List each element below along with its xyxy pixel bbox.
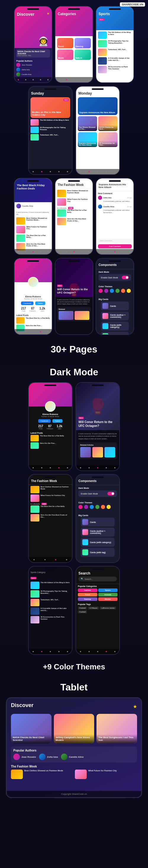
tablet-fashion-img-2 [75, 770, 87, 779]
toggle-switch[interactable] [122, 276, 129, 279]
fashion-article-title-2: What Future for Fashion City [67, 198, 91, 203]
fashion-article-2: What Future for Fashion City [57, 198, 91, 206]
dark-fashion-title-3: The Best Diet for a Flat Belly [41, 505, 65, 513]
sports-article-3: Tottenham: NFL Turf... [98, 49, 132, 56]
dark-tag-3[interactable]: LeBronze James [100, 607, 116, 610]
dark-search-tags: Popular Tags Football LZ Blayez LeBronze… [76, 602, 119, 615]
nav-dot-sd4 [58, 651, 60, 652]
facebook-button[interactable]: Facebook [21, 302, 33, 305]
main-container: SHARECODE.VN Discover ★ 👨‍🚀 NASA Checks … [0, 0, 148, 807]
dark-color-dot-3[interactable] [90, 505, 94, 509]
sports-dark-img-4 [31, 608, 39, 615]
tablet-authors-row: Jean Rosaire Zofia Iska Camille Aline [13, 753, 135, 760]
dark-bigcard-title-3: Cards (with category) [90, 541, 111, 544]
comment-item-2: Camille Aline 3h ago Commendably pulvina… [98, 205, 132, 214]
toggle-label: Enable Dark Mode [101, 277, 118, 279]
dark-fashion-title-1: Best Clothes Showed on Fashion Mode [41, 486, 70, 493]
comment-username-1: Zofia Iska [103, 197, 112, 198]
screen-ufc: 🥊 NEW Will Conor Return to the UFC Octag… [56, 258, 92, 334]
tablet-card-title-2: Jeffrey Campbell's New Shoes Models [56, 736, 92, 742]
dark-search-tags-title: Popular Tags [78, 603, 117, 606]
nature-label: Nature [75, 57, 82, 59]
dark-cat-sports[interactable]: Sports [98, 588, 118, 592]
gaming-label: Gaming [75, 45, 83, 48]
dark-cat-gaming[interactable]: Gaming [78, 597, 98, 601]
sports-dark-articles: The 6th Edition of the Blog Is Here 30 P… [29, 582, 72, 623]
dark-tag-1[interactable]: Football [78, 607, 87, 610]
big-card-title-1: Cards [110, 305, 116, 307]
fashion-article-info-4: Here Are the Five Best Fruits of the... [67, 218, 91, 225]
category-music[interactable]: Music [57, 50, 73, 60]
dark-toggle-switch[interactable] [107, 492, 115, 495]
nav-dot-df2 [44, 559, 46, 560]
tablet-mockup: Discover ★ NASA Checks Its Next Chief Sc… [6, 697, 142, 798]
color-dot-pink[interactable] [99, 289, 103, 293]
ufc-header-overlay: NEW Will Conor Return to the UFC Octagon… [57, 282, 91, 295]
dark-twitter-btn[interactable]: Twitter [52, 419, 63, 423]
fashion-week-title: The Fashion Week [58, 183, 90, 186]
nav-dot-sd5 [67, 651, 68, 652]
color-dot-purple[interactable] [104, 289, 108, 293]
dark-tag-2[interactable]: LZ Blayez [88, 607, 99, 610]
dark-bigcard-2: Cards (author + comments) [81, 528, 115, 536]
tablet-author-3: Camille Aline [61, 753, 84, 760]
dark-fashion-img-2 [31, 494, 39, 502]
color-themes-title: Color Themes [99, 285, 131, 287]
bf-author-info: Camille Aline [14, 202, 52, 210]
dark-bigcard-icon-2 [82, 529, 88, 535]
comment-time-2: 3h ago [127, 206, 132, 208]
dark-bigcard-1: Cards [81, 518, 115, 526]
comment-text-2: Commendably pulvinar sed tellus fermentu… [103, 209, 132, 214]
new-comment-label: New Comment [98, 192, 132, 194]
dark-profile-name: Elena Rubens [29, 413, 72, 415]
categories-header: Categories [56, 6, 92, 36]
color-dot-orange[interactable] [121, 289, 125, 293]
dark-likes-label: Likes [57, 428, 62, 430]
tablet-header-bar: Discover ★ [11, 702, 137, 711]
twitter-button[interactable]: Twitter [35, 302, 45, 305]
screen-profile: Elena Rubens Fashion & Mode Writer Faceb… [14, 258, 52, 334]
dark-cat-fashion[interactable]: Fashion [78, 588, 98, 592]
dark-search-box[interactable]: 🔍 Search... [78, 577, 117, 581]
dark-color-dots [78, 505, 117, 509]
dark-cat-animals[interactable]: Animals [98, 593, 118, 596]
dark-color-dot-2[interactable] [84, 505, 88, 509]
color-dot-green[interactable] [115, 289, 120, 293]
category-gaming[interactable]: Gaming [75, 38, 91, 48]
color-dot-blue[interactable] [110, 289, 114, 293]
sunday-article-3: Tottenham: NFL Turf... [31, 134, 70, 141]
dark-fashion-img-4 [31, 514, 39, 522]
screen-sports: Sports New The 6th Edition of the Blog I… [96, 6, 134, 83]
bottom-nav-dark-fashion [29, 557, 72, 562]
dark-cat-travel[interactable]: Travel [78, 593, 98, 596]
nav-dot-dse1 [80, 651, 81, 652]
dark-latest-title: Latest Posts [31, 432, 70, 434]
color-dot-yellow[interactable] [127, 289, 131, 293]
dark-color-dot-5[interactable] [101, 505, 105, 509]
dark-color-dot-6[interactable] [107, 505, 111, 509]
screen-search-dark: Search 🔍 Search... Popular Categories Fa… [76, 566, 119, 654]
dark-mode-toggle[interactable]: Enable Dark Mode [99, 274, 131, 281]
dark-tag-4[interactable]: Football [78, 610, 87, 613]
category-travel[interactable]: Travel [57, 38, 73, 48]
dark-toggle[interactable]: Enable Dark Mode [78, 490, 117, 497]
nav-dot-4 [40, 79, 41, 80]
sports-new-tag: New [99, 19, 105, 21]
followers-label: Followers [30, 310, 36, 312]
category-nature[interactable]: Nature [75, 50, 91, 60]
screen-sports-dark: Sports Category Sports The 6th Edition o… [29, 566, 72, 654]
dark-related-2 [92, 447, 103, 458]
sunday-date: Sunday [31, 91, 70, 95]
dark-color-dot-1[interactable] [78, 505, 83, 509]
bf-description: It starts tomorrow, 23 amet consectetur … [16, 211, 50, 216]
post-comment-button[interactable]: Post Comment [98, 244, 132, 248]
dark-color-dot-4[interactable] [95, 505, 100, 509]
big-card-info-2: Cards (author + comments) [110, 314, 127, 318]
comment-input-field[interactable]: Add a comment... [98, 239, 132, 243]
sports-dark-title-2: 30 Photography Tips for Taking Beautiful… [41, 590, 70, 598]
dark-facebook-btn[interactable]: Facebook [38, 419, 50, 423]
dark-cat-movies[interactable]: Movies [98, 597, 118, 601]
monday-featured-title: Soprano Announces His New Album [79, 112, 115, 114]
nav-dot-sd3 [50, 651, 51, 652]
profile-subtitle: Fashion & Mode Writer [14, 298, 52, 300]
